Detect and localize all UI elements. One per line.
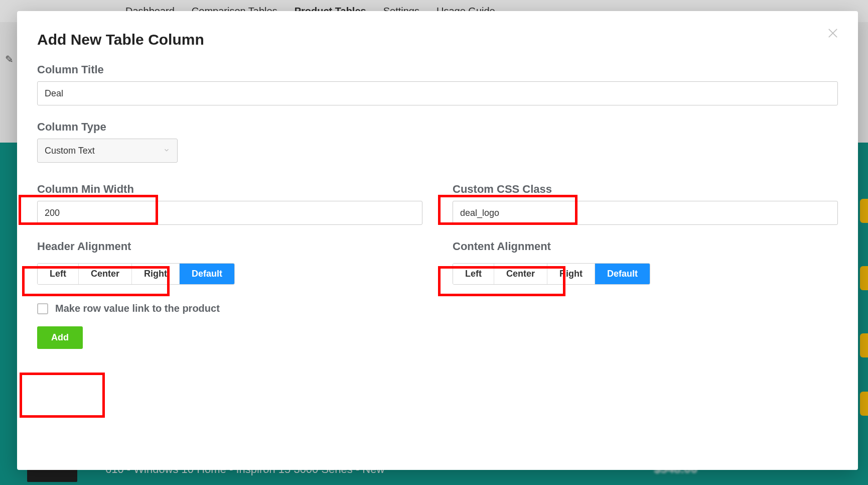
buy-button-peek-4[interactable]: on xyxy=(860,392,868,416)
label-content-alignment: Content Alignment xyxy=(453,240,551,253)
label-header-alignment: Header Alignment xyxy=(37,240,131,253)
custom-css-class-input[interactable] xyxy=(453,201,838,225)
buy-button-peek-1[interactable]: on xyxy=(860,199,868,223)
column-type-select[interactable]: Custom Text xyxy=(37,139,178,163)
column-min-width-input[interactable] xyxy=(37,201,422,225)
close-icon[interactable] xyxy=(826,26,840,40)
buy-button-peek-2[interactable]: on xyxy=(860,266,868,290)
header-align-right[interactable]: Right xyxy=(132,264,180,284)
content-alignment-group: Left Center Right Default xyxy=(453,263,650,285)
highlight-add-button xyxy=(20,373,105,418)
header-align-center[interactable]: Center xyxy=(79,264,132,284)
label-column-min-width: Column Min Width xyxy=(37,183,134,196)
column-title-input[interactable] xyxy=(37,81,838,105)
link-to-product-label: Make row value link to the product xyxy=(55,303,220,314)
content-align-center[interactable]: Center xyxy=(494,264,547,284)
header-align-left[interactable]: Left xyxy=(38,264,79,284)
add-button[interactable]: Add xyxy=(37,326,83,349)
label-column-title: Column Title xyxy=(37,63,104,76)
content-align-default[interactable]: Default xyxy=(595,264,650,284)
edit-icon: ✎ xyxy=(5,53,14,65)
add-column-modal: Add New Table Column Column Title Column… xyxy=(17,11,858,470)
content-align-left[interactable]: Left xyxy=(453,264,494,284)
buy-button-peek-3[interactable]: on xyxy=(860,333,868,357)
content-align-right[interactable]: Right xyxy=(547,264,595,284)
column-type-value: Custom Text xyxy=(45,146,95,156)
chevron-down-icon xyxy=(163,146,170,156)
label-column-type: Column Type xyxy=(37,120,106,134)
header-align-default[interactable]: Default xyxy=(180,264,234,284)
header-alignment-group: Left Center Right Default xyxy=(37,263,235,285)
label-custom-css-class: Custom CSS Class xyxy=(453,183,552,196)
link-to-product-checkbox[interactable] xyxy=(37,303,48,314)
modal-title: Add New Table Column xyxy=(37,31,838,48)
